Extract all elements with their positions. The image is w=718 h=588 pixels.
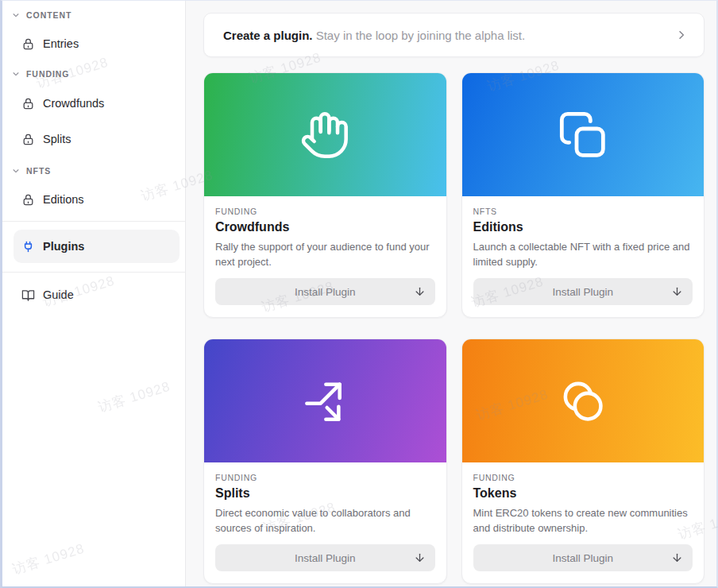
coins-icon [558,376,608,427]
card-category: FUNDING [215,207,435,217]
card-description: Launch a collectable NFT with a fixed pr… [473,240,693,269]
install-button-label: Install Plugin [552,286,613,298]
card-description: Direct economic value to collaborators a… [215,506,435,536]
split-arrows-icon [299,376,350,427]
lock-icon [21,37,35,51]
install-plugin-button[interactable]: Install Plugin [215,278,435,305]
sidebar-divider [2,221,185,222]
lock-icon [21,97,35,110]
arrow-down-icon [414,286,426,298]
sidebar-item-label: Guide [43,288,74,301]
plugin-card-splits: FUNDING Splits Direct economic value to … [203,338,447,584]
install-plugin-button[interactable]: Install Plugin [473,278,693,305]
chevron-down-icon [12,11,20,19]
plugin-card-grid: FUNDING Crowdfunds Rally the support of … [203,72,704,584]
card-cover [462,339,704,462]
card-body: NFTS Editions Launch a collectable NFT w… [462,196,704,317]
sidebar-divider [2,272,185,273]
arrow-down-icon [671,286,683,298]
card-body: FUNDING Tokens Mint ERC20 tokens to crea… [462,462,704,583]
card-category: FUNDING [473,473,693,483]
card-title: Tokens [473,485,693,501]
hand-icon [299,110,350,161]
create-plugin-banner[interactable]: Create a plugin. Stay in the loop by joi… [203,13,704,57]
sidebar-section-label: NFTS [26,166,51,176]
main-content: Create a plugin. Stay in the loop by joi… [186,1,716,586]
banner-title: Create a plugin. [223,29,313,42]
sidebar-item-splits[interactable]: Splits [2,125,185,153]
banner-subtitle: Stay in the loop by joining the alpha li… [313,29,526,42]
card-title: Editions [473,219,693,235]
app-window: CONTENT Entries FUNDING Crowdfunds Split… [0,0,718,588]
plug-icon [21,240,35,253]
sidebar-item-label: Editions [43,193,84,206]
card-category: FUNDING [215,473,435,483]
card-body: FUNDING Splits Direct economic value to … [204,462,446,583]
copy-squares-icon [558,110,608,161]
chevron-right-icon [675,29,688,41]
sidebar-section-nfts[interactable]: NFTS [2,163,185,179]
banner-text: Create a plugin. Stay in the loop by joi… [223,29,675,42]
install-button-label: Install Plugin [295,552,356,564]
arrow-down-icon [414,552,426,564]
sidebar-item-entries[interactable]: Entries [2,29,185,58]
sidebar-section-label: CONTENT [26,10,71,20]
chevron-down-icon [12,70,20,78]
sidebar-section-funding[interactable]: FUNDING [2,66,185,82]
sidebar-item-crowdfunds[interactable]: Crowdfunds [2,89,185,118]
card-description: Mint ERC20 tokens to create new communit… [473,506,693,536]
lock-icon [21,193,35,207]
sidebar-section-content[interactable]: CONTENT [2,7,185,23]
sidebar-item-editions[interactable]: Editions [2,185,185,214]
sidebar-item-label: Crowdfunds [43,97,104,110]
plugin-card-editions: NFTS Editions Launch a collectable NFT w… [461,72,705,318]
sidebar-item-guide[interactable]: Guide [2,280,185,309]
card-body: FUNDING Crowdfunds Rally the support of … [204,196,446,317]
card-title: Crowdfunds [215,219,435,235]
book-open-icon [21,288,35,302]
sidebar: CONTENT Entries FUNDING Crowdfunds Split… [2,1,186,586]
plugin-card-tokens: FUNDING Tokens Mint ERC20 tokens to crea… [461,338,705,584]
install-plugin-button[interactable]: Install Plugin [473,544,693,571]
install-button-label: Install Plugin [552,552,613,564]
card-cover [204,339,446,462]
install-button-label: Install Plugin [295,286,356,298]
plugin-card-crowdfunds: FUNDING Crowdfunds Rally the support of … [203,72,447,318]
sidebar-item-label: Entries [43,37,79,50]
sidebar-item-label: Splits [43,133,71,145]
card-title: Splits [215,485,435,501]
lock-icon [21,133,35,146]
sidebar-item-plugins[interactable]: Plugins [14,230,180,263]
install-plugin-button[interactable]: Install Plugin [215,544,435,571]
arrow-down-icon [671,552,683,564]
card-cover [204,73,446,196]
sidebar-section-label: FUNDING [26,69,69,79]
card-cover [462,73,704,196]
card-description: Rally the support of your audience to fu… [215,240,435,269]
chevron-down-icon [12,167,20,175]
sidebar-item-label: Plugins [43,240,84,253]
card-category: NFTS [473,207,693,217]
